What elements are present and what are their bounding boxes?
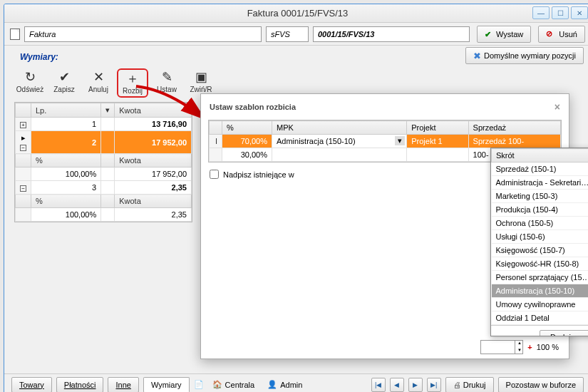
set-button[interactable]: ✎ Ustaw xyxy=(151,68,182,98)
plus-icon: ＋ xyxy=(126,71,139,86)
printer-icon: 🖨 xyxy=(453,381,461,389)
col-mpk[interactable]: MPK xyxy=(272,121,407,135)
statusbar: Towary Płatności Inne Wymiary 📄 🏠 Centra… xyxy=(4,373,588,392)
tab-inne[interactable]: Inne xyxy=(108,377,138,393)
dropdown-toggle[interactable]: ▾ xyxy=(395,136,405,145)
col-sprzedaz[interactable]: Sprzedaż xyxy=(468,121,560,135)
stack-icon: ▣ xyxy=(195,70,207,84)
minimize-button[interactable]: — xyxy=(532,6,550,19)
dropdown-item[interactable]: Usługi (150-6)Usługi xyxy=(492,230,589,244)
spin-down[interactable]: ▼ xyxy=(515,347,523,354)
window-controls: — ☐ ✕ xyxy=(532,6,588,19)
col-projekt[interactable]: Projekt xyxy=(407,121,468,135)
issue-label: Wystaw xyxy=(496,30,523,38)
edit-icon: ✎ xyxy=(162,70,172,84)
nav-first[interactable]: |◀ xyxy=(371,378,386,392)
save-button[interactable]: ✔ Zapisz xyxy=(48,68,80,98)
dropdown-item[interactable]: Marketing (150-3)Marketing xyxy=(492,190,589,203)
delete-label: Usuń xyxy=(559,30,577,38)
tab-wymiary[interactable]: Wymiary xyxy=(143,377,190,393)
split-template-dialog: Ustaw szablon rozbicia × % MPK Projekt S… xyxy=(200,93,569,359)
positions-grid[interactable]: Lp. ▾ Kwota + 1 13 716,90 ▸− 2 17 952,00… xyxy=(14,102,192,222)
split-button[interactable]: ＋ Rozbij xyxy=(117,68,148,98)
refresh-icon: ↻ xyxy=(25,70,36,84)
cancel-button[interactable]: ✕ Anuluj xyxy=(83,68,114,98)
detail-row[interactable]: 100,00% 2,35 xyxy=(16,208,192,222)
detail-row[interactable]: 100,00% 17 952,00 xyxy=(16,167,192,181)
grid-header-row: Lp. ▾ Kwota xyxy=(16,103,192,118)
close-button[interactable]: ✕ xyxy=(571,6,588,19)
dropdown-item[interactable]: Personel sprzątający (15…Personel sprząt… xyxy=(492,271,589,284)
save-checkmark-icon: ✔ xyxy=(59,70,70,84)
window-title: Faktura 0001/15/FVS/13 xyxy=(247,8,349,19)
dropdown-item[interactable]: Umowy cywilnoprawneUmowy cywilnoprawne xyxy=(492,298,589,311)
dropdown-item[interactable]: Księgowość (150-7)Księgowość xyxy=(492,244,589,257)
table-row[interactable]: ▸− 2 17 952,00 xyxy=(16,131,192,154)
col-skrot: Skrót xyxy=(492,149,589,163)
user-icon: 👤 xyxy=(267,380,277,389)
spin-up[interactable]: ▲ xyxy=(515,340,523,347)
dialog-titlebar: Ustaw szablon rozbicia × xyxy=(201,94,569,120)
default-dimensions-label: Domyślne wymiary pozycji xyxy=(484,51,576,60)
dropdown-item[interactable]: Księgowość-HR (150-8)Księgowość-HR xyxy=(492,257,589,271)
overwrite-checkbox[interactable] xyxy=(210,170,219,179)
table-row[interactable]: + 1 13 716,90 xyxy=(16,118,192,131)
branch-indicator[interactable]: 🏠 Centrala xyxy=(208,380,259,389)
tab-towary[interactable]: Towary xyxy=(11,377,52,393)
delete-button[interactable]: ⊘ Usuń xyxy=(538,26,585,43)
document-icon xyxy=(10,29,20,40)
add-new-button[interactable]: Dodaj nowy xyxy=(540,330,588,336)
house-icon: 🏠 xyxy=(212,380,222,389)
detail-header-row: % Kwota xyxy=(16,195,192,208)
section-header: Wymiary: ✖ Domyślne wymiary pozycji xyxy=(4,46,588,68)
table-row[interactable]: − 3 2,35 xyxy=(16,181,192,195)
wrench-icon: ✖ xyxy=(473,51,481,61)
overwrite-label: Nadpisz istniejące w xyxy=(223,170,294,179)
detail-header-row: % Kwota xyxy=(16,154,192,167)
check-icon: ✔ xyxy=(485,30,493,38)
titlebar: Faktura 0001/15/FVS/13 — ☐ ✕ xyxy=(4,4,588,23)
pct-plus-icon: + xyxy=(527,343,532,351)
print-button[interactable]: 🖨 Drukuj xyxy=(445,377,494,393)
col-lp[interactable]: Lp. xyxy=(31,103,101,118)
dropdown-item[interactable]: Oddział 1 DetalOddział 1 Detal xyxy=(492,311,589,325)
doc-type-input[interactable] xyxy=(24,26,262,42)
section-title: Wymiary: xyxy=(11,48,67,63)
tab-platnosci[interactable]: Płatności xyxy=(56,377,104,393)
default-dimensions-button[interactable]: ✖ Domyślne wymiary pozycji xyxy=(465,47,584,64)
dropdown-item[interactable]: Sprzedaż (150-1)Sprzedaż xyxy=(492,163,589,176)
collapse-icon[interactable]: − xyxy=(20,185,26,192)
col-pct[interactable]: % xyxy=(222,121,272,135)
pct-spinner[interactable]: ▲▼ xyxy=(480,340,523,354)
user-indicator[interactable]: 👤 Admin xyxy=(263,380,306,389)
dropdown-item[interactable]: Administracja (150-10)Administracja xyxy=(492,284,589,298)
doc-number-input[interactable] xyxy=(313,26,470,42)
notes-icon[interactable]: 📄 xyxy=(194,380,204,389)
total-label: 100 % xyxy=(537,343,559,351)
dropdown-item[interactable]: Administracja - Sekretari…Administracja … xyxy=(492,176,589,190)
delete-icon: ⊘ xyxy=(546,29,556,39)
dialog-title-text: Ustaw szablon rozbicia xyxy=(210,103,296,111)
table-row[interactable]: I 70,00% Administracja (150-10) ▾ Projek… xyxy=(210,135,561,148)
document-header-toolbar: ✔ Wystaw ⊘ Usuń xyxy=(4,23,588,46)
nav-prev[interactable]: ◀ xyxy=(390,378,404,392)
collapse-icon[interactable]: − xyxy=(20,145,26,151)
maximize-button[interactable]: ☐ xyxy=(552,6,569,19)
issue-button[interactable]: ✔ Wystaw xyxy=(477,26,531,43)
mpk-dropdown[interactable]: Skrót Nazwa Sprzedaż (150-1)SprzedażAdmi… xyxy=(490,148,588,336)
dropdown-item[interactable]: Ochrona (150-5)Ochrona xyxy=(492,217,589,230)
nav-next[interactable]: ▶ xyxy=(408,378,423,392)
total-row: ▲▼ + 100 % xyxy=(201,336,569,359)
buffer-button[interactable]: Pozostaw w buforze xyxy=(498,377,584,393)
dialog-close-button[interactable]: × xyxy=(555,101,560,113)
col-kwota[interactable]: Kwota xyxy=(115,103,192,118)
main-window: Faktura 0001/15/FVS/13 — ☐ ✕ ✔ Wystaw ⊘ … xyxy=(4,4,588,392)
cancel-x-icon: ✕ xyxy=(93,70,104,84)
doc-prefix-input[interactable] xyxy=(266,26,309,42)
dropdown-item[interactable]: Produkcja (150-4)Produkcja xyxy=(492,203,589,217)
nav-last[interactable]: ▶| xyxy=(427,378,441,392)
refresh-button[interactable]: ↻ Odśwież xyxy=(14,68,46,98)
expand-icon[interactable]: + xyxy=(20,122,26,128)
dropdown-header: Skrót Nazwa xyxy=(492,149,589,163)
grid-header-row: % MPK Projekt Sprzedaż xyxy=(210,121,561,135)
